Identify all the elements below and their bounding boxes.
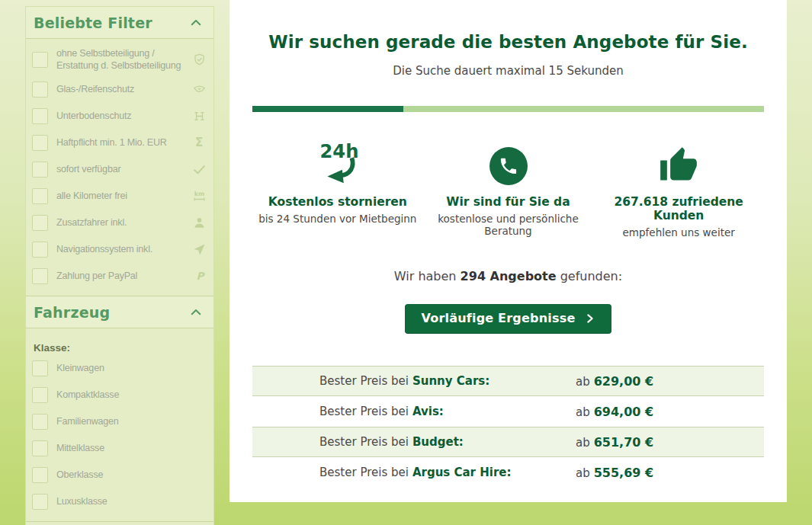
filter-item-zusatzfahrer[interactable]: Zusatzfahrer inkl. [26,210,213,236]
filter-label: alle Kilometer frei [56,190,127,202]
feature-phone-support: Wir sind für Sie da kostenlose und persö… [423,138,594,238]
filter-item-navigationssystem[interactable]: Navigationssystem inkl. [26,236,213,263]
checkbox[interactable] [32,387,48,403]
price-from-label: ab [576,436,590,450]
filter-item-ohne-selbstbeteiligung[interactable]: ohne Selbstbeteiligung / Erstattung d. S… [26,43,213,76]
filter-label: Kompaktklasse [56,389,119,401]
feature-satisfied-customers: 267.618 zufriedene Kunden empfehlen uns … [593,138,764,238]
checkbox[interactable] [32,268,48,284]
filter-item-glas-reifenschutz[interactable]: Glas-/Reifenschutz [26,76,213,103]
section-title: Fahrzeug [34,304,110,321]
paypal-icon: P [191,268,207,283]
filter-label: Unterbodenschutz [56,110,131,122]
filter-label: Navigationssystem inkl. [56,243,152,255]
vehicle-class-list: Klasse: Kleinwagen Kompaktklasse Familie… [26,328,213,521]
filter-item-oberklasse[interactable]: Oberklasse [26,462,213,488]
filter-label: Zahlung per PayPal [56,270,137,282]
filter-item-unterbodenschutz[interactable]: Unterbodenschutz [26,103,213,130]
progress-fill [252,106,403,112]
search-status-card: Wir suchen gerade die besten Angebote fü… [229,0,787,502]
km-icon: km [191,188,207,203]
preliminary-results-button[interactable]: Vorläufige Ergebnisse [405,304,612,333]
search-duration-text: Die Suche dauert maximal 15 Sekunden [252,64,764,78]
person-icon [191,215,207,230]
price-value: 629,00 € [594,374,653,389]
filter-item-kompaktklasse[interactable]: Kompaktklasse [26,382,213,408]
feature-free-cancellation: 24h Kostenlos stornieren bis 24 Stunden … [252,138,423,238]
checkbox[interactable] [32,467,48,483]
filter-item-sofort-verfuegbar[interactable]: sofort verfügbar [26,156,213,183]
feature-title: 267.618 zufriedene Kunden [593,195,764,222]
feature-title: Kostenlos stornieren [252,195,423,209]
checkbox[interactable] [32,82,48,98]
phone-icon [423,138,594,185]
price-row-sunny-cars: Bester Preis beiSunny Cars: ab629,00 € [252,366,764,396]
checkbox[interactable] [32,108,48,124]
filters-sidebar: Beliebte Filter ohne Selbstbeteiligung /… [25,6,214,525]
button-label: Vorläufige Ergebnisse [422,311,576,325]
thumbs-up-icon [593,138,764,185]
checkbox[interactable] [32,414,48,430]
filter-item-luxusklasse[interactable]: Luxusklasse [26,488,213,515]
trust-features: 24h Kostenlos stornieren bis 24 Stunden … [252,138,764,238]
popular-filter-list: ohne Selbstbeteiligung / Erstattung d. S… [26,39,213,296]
filter-item-alle-kilometer-frei[interactable]: alle Kilometer frei km [26,183,213,210]
section-header-beliebte-filter[interactable]: Beliebte Filter [26,7,213,39]
best-price-table: Bester Preis beiSunny Cars: ab629,00 € B… [252,366,764,488]
feature-subtitle: kostenlose und persönliche Beratung [423,213,594,237]
page-title: Wir suchen gerade die besten Angebote fü… [252,32,764,52]
filter-item-kleinwagen[interactable]: Kleinwagen [26,355,213,382]
price-row-budget: Bester Preis beiBudget: ab651,70 € [252,427,764,457]
price-prefix: Bester Preis bei [319,435,409,449]
filter-label: Kleinwagen [56,362,104,374]
divider [26,521,213,522]
chevron-up-icon [189,306,203,319]
underbody-icon [191,108,207,123]
checkbox[interactable] [32,188,48,204]
filter-label: Luxusklasse [56,495,108,507]
supplier-name: Argus Car Hire: [412,466,512,479]
price-row-argus-car-hire: Bester Preis beiArgus Car Hire: ab555,69… [252,457,764,488]
checkbox[interactable] [32,135,48,151]
filter-item-familienwagen[interactable]: Familienwagen [26,408,213,435]
checkbox[interactable] [32,494,48,510]
section-header-fahrzeug[interactable]: Fahrzeug [26,296,213,328]
filter-label: Oberklasse [56,469,103,481]
price-from-label: ab [576,405,590,419]
offers-found-text: Wir haben 294 Angebote gefunden: [252,269,764,283]
section-title: Beliebte Filter [34,14,152,31]
price-prefix: Bester Preis bei [319,466,409,479]
filter-label: Familienwagen [56,415,118,427]
shield-check-icon [191,52,207,67]
filter-item-haftpflicht[interactable]: Haftpflicht min. 1 Mio. EUR Σ [26,130,213,156]
filter-item-mittelklasse[interactable]: Mittelklasse [26,435,213,462]
offers-found-prefix: Wir haben [394,269,457,283]
filter-item-zahlung-paypal[interactable]: Zahlung per PayPal P [26,263,213,290]
price-value: 694,00 € [594,405,653,419]
checkbox[interactable] [32,52,48,68]
checkbox[interactable] [32,360,48,376]
filter-label: Mittelklasse [56,442,104,454]
filter-label: Zusatzfahrer inkl. [56,216,127,229]
24h-cancel-icon: 24h [252,138,423,185]
feature-subtitle: bis 24 Stunden vor Mietbeginn [252,213,423,225]
checkbox[interactable] [32,215,48,231]
chevron-up-icon [189,16,203,30]
price-row-avis: Bester Preis beiAvis: ab694,00 € [252,396,764,427]
filter-label: sofort verfügbar [56,163,120,175]
checkbox[interactable] [32,162,48,178]
supplier-name: Budget: [412,435,464,449]
price-prefix: Bester Preis bei [319,405,409,418]
class-group-label: Klasse: [26,333,213,355]
windshield-icon [191,82,207,97]
offers-found-suffix: gefunden: [560,269,622,283]
checkbox[interactable] [32,440,48,456]
sigma-icon: Σ [191,135,207,150]
price-from-label: ab [576,466,590,480]
feature-title: Wir sind für Sie da [423,195,594,209]
checkbox[interactable] [32,242,48,258]
svg-text:P: P [196,271,205,282]
supplier-name: Sunny Cars: [412,374,489,388]
filter-label: Haftpflicht min. 1 Mio. EUR [56,136,167,149]
price-value: 555,69 € [594,466,653,480]
